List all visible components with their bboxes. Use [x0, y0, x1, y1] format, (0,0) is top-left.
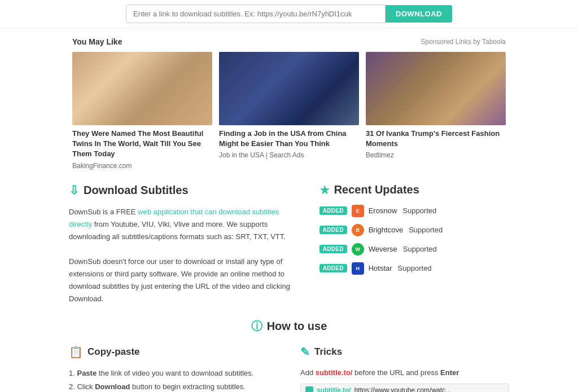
subtitle-link-1[interactable]: subtitle.to/ — [316, 368, 353, 377]
url-text-1: https://www.youtube.com/watc... — [354, 386, 451, 392]
how-to-use-title: How to use — [267, 320, 327, 333]
copy-icon: 📋 — [69, 345, 83, 359]
how-to-use-section: ⓘ How to use 📋 Copy-paste 1. Paste the l… — [58, 319, 520, 392]
copy-paste-col: 📋 Copy-paste 1. Paste the link of video … — [69, 345, 278, 392]
ad-image-2 — [219, 52, 359, 125]
ad-card-3[interactable]: 31 Of Ivanka Trump's Fiercest Fashion Mo… — [366, 52, 506, 170]
recent-updates-section: ★ Recent Updates ADDED E Erosnow Support… — [319, 183, 509, 306]
recent-updates-title: Recent Updates — [334, 183, 419, 196]
download-subtitles-heading: ⇩ Download Subtitles — [69, 183, 297, 198]
status-4: Supported — [398, 264, 432, 272]
favicon-1 — [305, 386, 313, 392]
service-name-3: Weverse — [369, 245, 397, 253]
ad-source-2: Job in the USA | Search Ads — [219, 151, 359, 159]
ad-source-3: Bedtimez — [366, 151, 506, 159]
hotstar-icon: H — [352, 262, 364, 275]
ad-title-3: 31 Of Ivanka Trump's Fiercest Fashion Mo… — [366, 129, 506, 149]
badge-added-2: ADDED — [319, 226, 347, 234]
web-app-link[interactable]: web application that can download subtit… — [69, 208, 279, 228]
update-row-3: ADDED W Weverse Supported — [319, 243, 509, 256]
status-3: Supported — [403, 245, 437, 253]
download-description: DownSub is a FREE web application that c… — [69, 206, 297, 306]
url-highlight-1: subtitle.to/ — [317, 386, 351, 392]
copy-paste-heading: 📋 Copy-paste — [69, 345, 278, 359]
step-1: 1. Paste the link of video you want to d… — [69, 367, 278, 380]
ad-header: You May Like Sponsored Links by Taboola — [72, 37, 506, 46]
star-icon: ★ — [319, 183, 330, 197]
brightcove-icon: B — [352, 224, 364, 236]
copy-paste-title: Copy-paste — [87, 346, 140, 358]
how-to-use-heading: ⓘ How to use — [69, 319, 509, 334]
download-subtitles-section: ⇩ Download Subtitles DownSub is a FREE w… — [69, 183, 297, 306]
info-icon: ⓘ — [251, 319, 262, 334]
ad-card-2[interactable]: Finding a Job in the USA from China Migh… — [219, 52, 359, 170]
badge-added-1: ADDED — [319, 206, 347, 215]
weverse-icon: W — [352, 243, 364, 256]
download-button[interactable]: DOWNLOAD — [386, 5, 452, 23]
ad-section: You May Like Sponsored Links by Taboola … — [63, 37, 515, 170]
update-row-4: ADDED H Hotstar Supported — [319, 262, 509, 275]
pencil-icon: ✎ — [300, 345, 310, 359]
top-bar: DOWNLOAD — [0, 0, 578, 28]
update-row-1: ADDED E Erosnow Supported — [319, 205, 509, 217]
service-name-1: Erosnow — [369, 206, 397, 215]
update-row-2: ADDED B Brightcove Supported — [319, 224, 509, 236]
download-subtitles-title: Download Subtitles — [84, 184, 189, 197]
recent-updates-heading: ★ Recent Updates — [319, 183, 509, 197]
tricks-text-1: Add subtitle.to/ before the URL and pres… — [300, 367, 509, 379]
ad-cards: They Were Named The Most Beautiful Twins… — [72, 52, 506, 170]
ad-source-1: BakingFinance.com — [72, 162, 212, 170]
service-name-2: Brightcove — [369, 226, 403, 234]
ad-card-1[interactable]: They Were Named The Most Beautiful Twins… — [72, 52, 212, 170]
badge-added-3: ADDED — [319, 245, 347, 253]
sponsored-label: Sponsored Links by Taboola — [421, 38, 506, 46]
ad-image-3 — [366, 52, 506, 125]
badge-added-4: ADDED — [319, 264, 347, 272]
main-content: ⇩ Download Subtitles DownSub is a FREE w… — [58, 183, 520, 306]
tricks-heading: ✎ Tricks — [300, 345, 509, 359]
erosnow-icon: E — [352, 205, 364, 217]
tricks-col: ✎ Tricks Add subtitle.to/ before the URL… — [300, 345, 509, 392]
ad-title-1: They Were Named The Most Beautiful Twins… — [72, 129, 212, 160]
status-2: Supported — [409, 226, 443, 234]
status-1: Supported — [402, 206, 436, 215]
service-name-4: Hotstar — [369, 264, 392, 272]
ad-title-2: Finding a Job in the USA from China Migh… — [219, 129, 359, 149]
download-icon: ⇩ — [69, 183, 79, 198]
tricks-title: Tricks — [314, 346, 342, 358]
copy-paste-steps: 1. Paste the link of video you want to d… — [69, 367, 278, 392]
how-columns: 📋 Copy-paste 1. Paste the link of video … — [69, 345, 509, 392]
url-input[interactable] — [126, 5, 386, 23]
ad-image-1 — [72, 52, 212, 125]
you-may-like-label: You May Like — [72, 37, 122, 46]
url-bar-1: subtitle.to/https://www.youtube.com/watc… — [300, 384, 509, 392]
step-2: 2. Click Download button to begin extrac… — [69, 380, 278, 392]
